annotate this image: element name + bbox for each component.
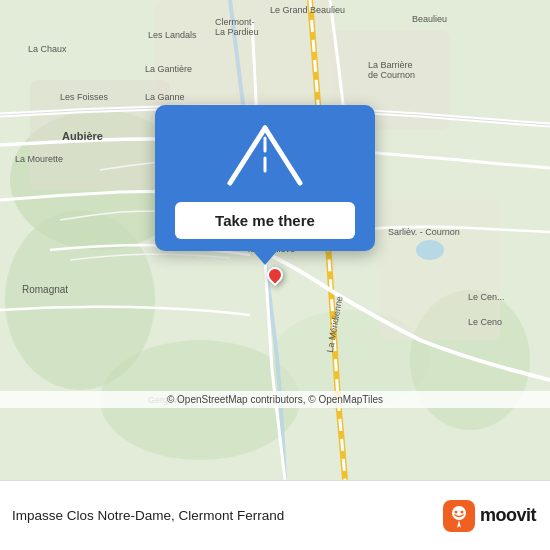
svg-text:Le Grand Beaulieu: Le Grand Beaulieu [270, 5, 345, 15]
svg-text:Clermont-: Clermont- [215, 17, 255, 27]
svg-line-32 [265, 128, 300, 183]
map-attribution: © OpenStreetMap contributors, © OpenMapT… [0, 391, 550, 408]
svg-text:Les Foisses: Les Foisses [60, 92, 109, 102]
moovit-brand-text: moovit [480, 505, 536, 526]
svg-text:La Ganne: La Ganne [145, 92, 185, 102]
svg-text:Les Landals: Les Landals [148, 30, 197, 40]
svg-text:La Chaux: La Chaux [28, 44, 67, 54]
svg-text:Le Cen...: Le Cen... [468, 292, 505, 302]
svg-text:Romagnat: Romagnat [22, 284, 68, 295]
svg-text:Beaulieu: Beaulieu [412, 14, 447, 24]
bottom-bar: Impasse Clos Notre-Dame, Clermont Ferran… [0, 480, 550, 550]
moovit-logo: moovit [443, 500, 536, 532]
svg-text:Aubière: Aubière [62, 130, 103, 142]
svg-text:La Pardieu: La Pardieu [215, 27, 259, 37]
svg-point-37 [454, 510, 457, 513]
moovit-icon [443, 500, 475, 532]
svg-text:La Barrière: La Barrière [368, 60, 413, 70]
popup-tail [253, 251, 277, 265]
take-me-there-button[interactable]: Take me there [175, 202, 355, 239]
svg-text:de Cournon: de Cournon [368, 70, 415, 80]
svg-text:Le Ceno: Le Ceno [468, 317, 502, 327]
svg-point-30 [416, 240, 444, 260]
popup-card: Take me there [155, 105, 375, 251]
address-text: Impasse Clos Notre-Dame, Clermont Ferran… [12, 508, 443, 523]
svg-text:La Gantière: La Gantière [145, 64, 192, 74]
svg-point-38 [460, 510, 463, 513]
road-icon [225, 123, 305, 188]
svg-text:Sarlièv. - Cournon: Sarlièv. - Cournon [388, 227, 460, 237]
svg-text:La Mourette: La Mourette [15, 154, 63, 164]
svg-line-31 [230, 128, 265, 183]
map-container: La Chaux Les Landals La Gantière Les Foi… [0, 0, 550, 480]
svg-point-36 [452, 506, 466, 520]
